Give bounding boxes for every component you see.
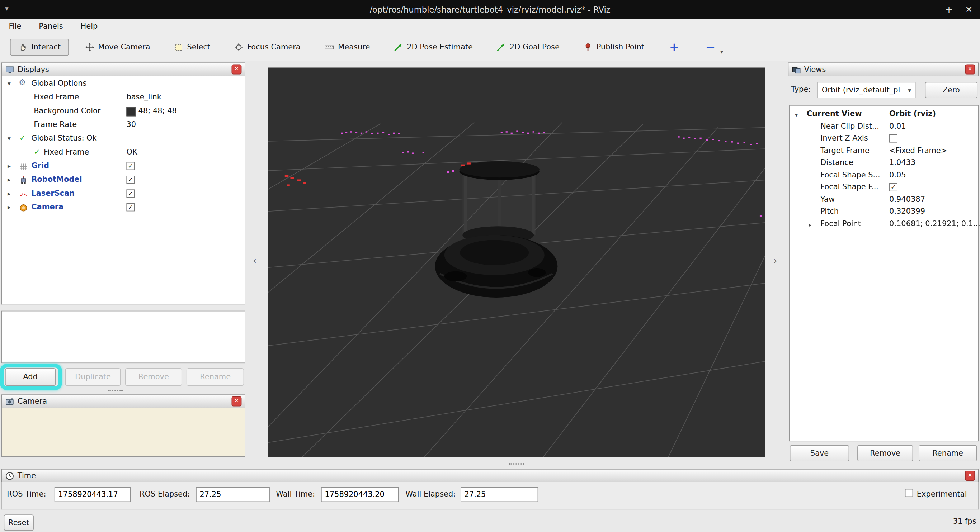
view-type-combobox[interactable]: Orbit (rviz_default_pl ▾: [817, 82, 915, 98]
ros-elapsed-input[interactable]: [196, 487, 270, 502]
check-icon: [34, 148, 40, 156]
expander-icon[interactable]: [8, 135, 11, 142]
expander-icon[interactable]: [8, 203, 11, 210]
tree-row-background-color[interactable]: Background Color 48; 48; 48: [3, 104, 244, 118]
tree-row-frame-rate[interactable]: Frame Rate 30: [3, 118, 244, 132]
pose-estimate-tool-button[interactable]: 2D Pose Estimate: [387, 39, 480, 55]
wall-time-input[interactable]: [321, 487, 399, 502]
view-row-target-frame[interactable]: Target Frame <Fixed Frame>: [790, 145, 977, 157]
row-value[interactable]: 48; 48; 48: [138, 106, 177, 115]
laserscan-checkbox[interactable]: [126, 189, 135, 197]
row-value[interactable]: 0.320399: [889, 207, 925, 216]
row-value[interactable]: base_link: [126, 92, 161, 101]
focus-camera-icon: [234, 42, 243, 52]
displays-panel-header[interactable]: Displays: [1, 62, 245, 76]
expander-icon[interactable]: [8, 190, 11, 197]
view-row-focal-shape-size[interactable]: Focal Shape S... 0.05: [790, 170, 977, 181]
viewport-splitter-handle[interactable]: [509, 463, 524, 464]
goal-arrow-icon: [496, 42, 506, 52]
tree-row-robotmodel[interactable]: RobotModel: [3, 173, 244, 187]
splitter-handle[interactable]: [108, 390, 123, 391]
wall-elapsed-input[interactable]: [461, 487, 538, 502]
save-view-button[interactable]: Save: [790, 445, 850, 461]
maximize-button[interactable]: +: [945, 4, 952, 14]
invert-z-checkbox[interactable]: [889, 135, 897, 143]
tree-row-fixed-frame[interactable]: Fixed Frame base_link: [3, 91, 244, 104]
row-label: RobotModel: [31, 175, 82, 184]
duplicate-display-button[interactable]: Duplicate: [65, 368, 121, 386]
menu-help[interactable]: Help: [81, 22, 98, 30]
tree-row-laserscan[interactable]: LaserScan: [3, 187, 244, 200]
views-panel-close-icon[interactable]: [965, 65, 975, 75]
expander-icon[interactable]: [8, 162, 11, 169]
expander-icon[interactable]: [795, 111, 798, 118]
tree-row-global-status[interactable]: Global Status: Ok: [3, 132, 244, 146]
view-row-distance[interactable]: Distance 1.0433: [790, 157, 977, 169]
displays-close-icon[interactable]: [232, 65, 242, 75]
time-panel-close-icon[interactable]: [965, 471, 975, 481]
time-panel-header[interactable]: Time: [1, 469, 978, 483]
tree-row-camera[interactable]: Camera: [3, 201, 244, 214]
robotmodel-checkbox[interactable]: [126, 176, 135, 184]
3d-viewport[interactable]: [268, 67, 765, 457]
experimental-checkbox[interactable]: [905, 489, 913, 497]
expander-icon[interactable]: [808, 221, 812, 228]
measure-tool-button[interactable]: Measure: [317, 39, 377, 55]
zero-button[interactable]: Zero: [925, 82, 978, 98]
camera-checkbox[interactable]: [126, 203, 135, 211]
view-row-near-clip[interactable]: Near Clip Dist... 0.01: [790, 121, 977, 133]
add-tool-button[interactable]: +: [660, 40, 688, 54]
row-value[interactable]: 0.05: [889, 171, 906, 179]
reset-button[interactable]: Reset: [3, 515, 34, 530]
camera-panel-close-icon[interactable]: [232, 397, 242, 407]
row-value[interactable]: 30: [126, 120, 136, 129]
row-value[interactable]: <Fixed Frame>: [889, 146, 947, 155]
interact-tool-button[interactable]: Interact: [10, 38, 69, 55]
view-row-focal-point[interactable]: Focal Point 0.10681; 0.21921; 0.1...: [790, 218, 977, 230]
goal-pose-tool-button[interactable]: 2D Goal Pose: [489, 39, 567, 55]
select-tool-button[interactable]: Select: [167, 39, 218, 55]
publish-point-tool-button[interactable]: Publish Point: [576, 39, 652, 55]
row-value[interactable]: 0.01: [889, 122, 906, 130]
focal-shape-fixed-checkbox[interactable]: [889, 183, 897, 191]
remove-tool-button[interactable]: − ▾: [697, 40, 724, 54]
tree-row-global-options[interactable]: Global Options: [3, 77, 244, 91]
color-swatch[interactable]: [126, 107, 135, 116]
window-menu-caret-icon[interactable]: ▾: [5, 4, 9, 13]
move-camera-tool-button[interactable]: Move Camera: [78, 39, 158, 55]
minimize-button[interactable]: –: [928, 4, 933, 14]
rename-view-button[interactable]: Rename: [919, 445, 977, 461]
tree-row-grid[interactable]: Grid: [3, 160, 244, 173]
time-panel-body: ROS Time: ROS Elapsed: Wall Time: Wall E…: [1, 482, 978, 510]
remove-display-button[interactable]: Remove: [125, 368, 182, 386]
add-display-button[interactable]: Add: [5, 368, 56, 386]
window-title: /opt/ros/humble/share/turtlebot4_viz/rvi…: [369, 5, 610, 14]
view-row-invert-z[interactable]: Invert Z Axis: [790, 133, 977, 145]
views-panel-header[interactable]: Views: [788, 62, 978, 76]
view-row-current-view[interactable]: Current View Orbit (rviz): [790, 108, 977, 120]
ros-elapsed-label: ROS Elapsed:: [140, 489, 190, 498]
view-row-pitch[interactable]: Pitch 0.320399: [790, 206, 977, 218]
ros-time-input[interactable]: [54, 487, 131, 502]
tree-row-fixed-frame-status[interactable]: Fixed Frame OK: [3, 146, 244, 159]
view-row-yaw[interactable]: Yaw 0.940387: [790, 194, 977, 206]
expander-icon[interactable]: [8, 176, 11, 183]
row-value[interactable]: 1.0433: [889, 158, 915, 167]
close-button[interactable]: ✕: [965, 4, 972, 14]
collapse-right-chevron-icon[interactable]: ›: [773, 255, 777, 266]
expander-icon[interactable]: [8, 80, 11, 87]
remove-view-button[interactable]: Remove: [858, 445, 913, 461]
row-value[interactable]: 0.10681; 0.21921; 0.1...: [889, 219, 980, 228]
row-value[interactable]: 0.940387: [889, 195, 925, 203]
camera-panel-header[interactable]: Camera: [1, 394, 245, 408]
menu-file[interactable]: File: [9, 22, 21, 30]
rename-display-button[interactable]: Rename: [186, 368, 244, 386]
collapse-left-chevron-icon[interactable]: ‹: [253, 255, 256, 266]
grid-checkbox[interactable]: [126, 162, 135, 170]
menu-panels[interactable]: Panels: [39, 22, 63, 30]
view-row-focal-shape-fixed[interactable]: Focal Shape F...: [790, 181, 977, 193]
display-description-box: [1, 311, 245, 363]
tool-label: Measure: [338, 43, 370, 51]
row-label: Fixed Frame: [44, 148, 89, 156]
focus-camera-tool-button[interactable]: Focus Camera: [226, 39, 308, 55]
